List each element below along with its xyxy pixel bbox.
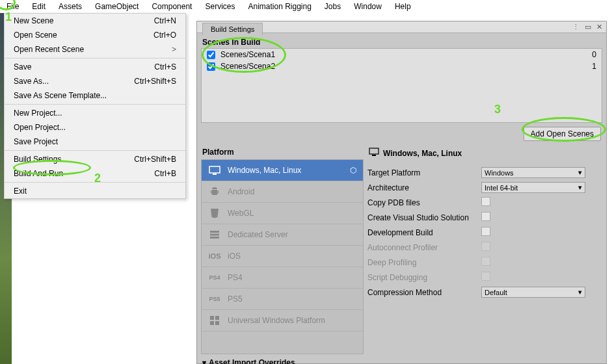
scene-checkbox[interactable] — [207, 51, 215, 59]
menubar-item-services[interactable]: Services — [198, 1, 241, 12]
script-debugging-label: Script Debugging — [367, 273, 481, 282]
menubar-item-help[interactable]: Help — [388, 1, 418, 12]
autoconnect-profiler-checkbox — [481, 242, 490, 251]
maximize-icon[interactable]: ▭ — [583, 23, 592, 31]
file-menu-open-scene[interactable]: Open SceneCtrl+O — [5, 28, 185, 42]
menu-shortcut: Ctrl+O — [153, 31, 176, 40]
target-platform-label: Target Platform — [367, 168, 481, 177]
scene-index: 0 — [592, 50, 596, 59]
architecture-dropdown[interactable]: Intel 64-bit▾ — [481, 182, 585, 193]
dev-build-label: Development Build — [367, 228, 481, 237]
platform-item-ps4[interactable]: PS4PS4 — [202, 267, 363, 289]
compression-method-dropdown[interactable]: Default▾ — [481, 287, 585, 298]
menu-item-label: Open Recent Scene — [14, 45, 84, 54]
platform-item-ios[interactable]: iOSiOS — [202, 246, 363, 267]
target-platform-dropdown[interactable]: Windows▾ — [481, 167, 585, 178]
add-open-scenes-button[interactable]: Add Open Scenes — [524, 127, 601, 141]
platform-label: Dedicated Server — [228, 230, 288, 239]
dev-build-checkbox[interactable] — [481, 227, 490, 236]
file-menu-save-project[interactable]: Save Project — [5, 135, 185, 149]
menu-item-label: Save As... — [14, 77, 49, 86]
platform-item-ps5[interactable]: PS5PS5 — [202, 289, 363, 310]
menu-item-label: Exit — [14, 187, 27, 196]
chevron-down-icon: ▾ — [578, 288, 582, 296]
platform-item-webgl[interactable]: WebGL — [202, 203, 363, 224]
menu-shortcut: Ctrl+B — [154, 169, 176, 178]
file-menu-save-as[interactable]: Save As...Ctrl+Shift+S — [5, 74, 185, 88]
chevron-down-icon: ▾ — [578, 168, 582, 177]
scene-row[interactable]: Scenes/Scena10 — [202, 49, 602, 60]
menubar-item-component[interactable]: Component — [145, 1, 198, 12]
svg-rect-1 — [213, 174, 217, 175]
file-menu-open-project[interactable]: Open Project... — [5, 120, 185, 135]
copy-pdb-checkbox[interactable] — [481, 197, 490, 206]
menubar-item-window[interactable]: Window — [347, 1, 388, 12]
scene-checkbox[interactable] — [207, 62, 215, 71]
script-debugging-checkbox — [481, 272, 490, 281]
svg-rect-3 — [211, 190, 212, 194]
menu-separator — [5, 104, 185, 105]
file-menu-open-recent-scene[interactable]: Open Recent Scene> — [5, 42, 185, 57]
chevron-down-icon: ▾ — [578, 183, 582, 192]
svg-rect-10 — [210, 321, 214, 325]
copy-pdb-label: Copy PDB files — [367, 198, 481, 207]
annotation-label-1: 1 — [5, 10, 12, 24]
android-icon — [208, 187, 221, 197]
svg-rect-7 — [210, 237, 219, 239]
scenes-list: Scenes/Scena10Scenes/Scena21 — [201, 48, 602, 123]
asset-import-overrides-header[interactable]: ▾ Asset Import Overrides — [201, 354, 364, 364]
platform-label: Windows, Mac, Linux — [228, 166, 301, 175]
file-menu-new-scene[interactable]: New SceneCtrl+N — [5, 14, 185, 28]
file-menu-build-settings[interactable]: Build Settings...Ctrl+Shift+B — [5, 152, 185, 166]
svg-rect-12 — [369, 148, 379, 154]
scene-row[interactable]: Scenes/Scena21 — [202, 60, 602, 72]
menu-shortcut: Ctrl+Shift+B — [134, 155, 176, 164]
file-menu-exit[interactable]: Exit — [5, 184, 185, 198]
menubar-item-gameobject[interactable]: GameObject — [88, 1, 145, 12]
menu-shortcut: Ctrl+S — [154, 62, 176, 72]
menubar-item-file[interactable]: File — [0, 1, 25, 12]
dropdown-arrow-icon: ▾ — [202, 358, 206, 364]
platform-item-android[interactable]: Android — [202, 181, 363, 203]
file-menu-new-project[interactable]: New Project... — [5, 106, 185, 120]
menu-item-label: New Project... — [14, 109, 62, 118]
menubar-item-animation-rigging[interactable]: Animation Rigging — [241, 1, 317, 12]
svg-rect-13 — [372, 155, 376, 156]
annotation-label-2: 2 — [94, 172, 101, 185]
platform-item-universal-windows-platform[interactable]: Universal Windows Platform — [202, 310, 363, 332]
scene-name: Scenes/Scena1 — [220, 50, 275, 59]
file-menu-save-as-scene-template[interactable]: Save As Scene Template... — [5, 88, 185, 103]
monitor-icon — [208, 165, 221, 176]
current-target-header: Windows, Mac, Linux — [367, 145, 602, 161]
platform-item-dedicated-server[interactable]: Dedicated Server — [202, 224, 363, 246]
platform-item-windows-mac-linux[interactable]: Windows, Mac, Linux⬡ — [202, 160, 363, 181]
platform-list: Windows, Mac, Linux⬡AndroidWebGLDedicate… — [201, 159, 364, 354]
platform-label: PS5 — [228, 294, 243, 304]
menu-item-label: Save Project — [14, 137, 58, 146]
build-settings-window: ⋮ ▭ ✕ Build Settings Scenes In Build Sce… — [196, 21, 607, 364]
menubar-item-assets[interactable]: Assets — [52, 1, 88, 12]
kebab-icon[interactable]: ⋮ — [571, 23, 581, 31]
menu-shortcut: Ctrl+Shift+S — [134, 77, 176, 86]
server-icon — [208, 229, 221, 240]
platform-label: WebGL — [228, 209, 254, 218]
menubar-item-edit[interactable]: Edit — [25, 1, 52, 12]
file-menu-save[interactable]: SaveCtrl+S — [5, 60, 185, 74]
svg-rect-9 — [215, 316, 219, 320]
vs-solution-checkbox[interactable] — [481, 212, 490, 221]
menu-shortcut: Ctrl+N — [154, 16, 176, 25]
asset-header-label: Asset Import Overrides — [209, 358, 295, 364]
svg-rect-6 — [210, 234, 219, 236]
platform-label: Universal Windows Platform — [228, 316, 325, 325]
ps5-icon: PS5 — [208, 294, 221, 304]
deep-profiling-checkbox — [481, 257, 490, 266]
ios-icon: iOS — [208, 251, 221, 261]
scenes-in-build-header: Scenes In Build — [197, 35, 606, 48]
architecture-label: Architecture — [367, 183, 481, 192]
menubar-item-jobs[interactable]: Jobs — [318, 1, 347, 12]
submenu-arrow-icon: > — [172, 45, 176, 54]
autoconnect-profiler-label: Autoconnect Profiler — [367, 243, 481, 252]
close-icon[interactable]: ✕ — [595, 23, 604, 31]
build-settings-tab[interactable]: Build Settings — [202, 23, 263, 35]
svg-rect-2 — [212, 190, 217, 195]
